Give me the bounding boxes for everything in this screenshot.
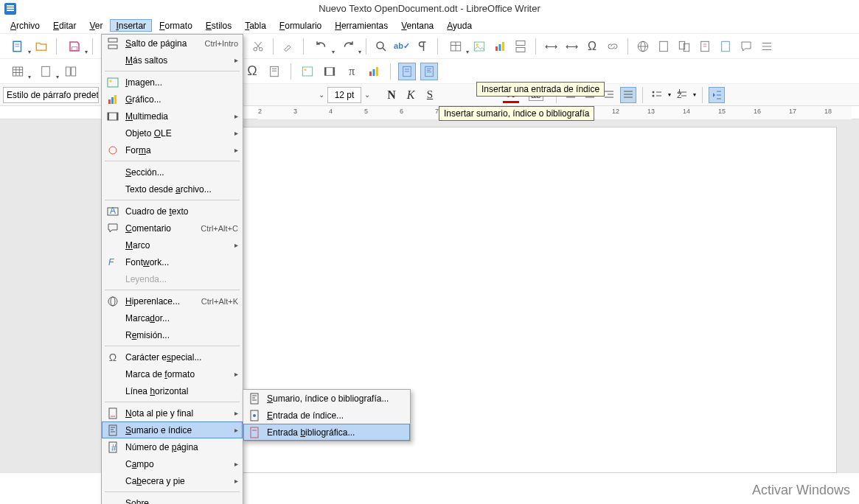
new-doc-button[interactable]	[6, 38, 29, 55]
lines-button[interactable]	[758, 38, 776, 55]
open-button[interactable]	[32, 38, 50, 55]
pilcrow-button[interactable]	[414, 38, 431, 55]
italic-button[interactable]: K	[403, 87, 419, 103]
menu-item-car-cter-especial[interactable]: ΩCarácter especial...	[102, 349, 243, 365]
link-icon	[105, 295, 121, 308]
svg-rect-38	[72, 67, 76, 76]
menu-item-sumario-ndice-o-bibliograf-a[interactable]: Sumario, índice o bibliografía...	[243, 390, 410, 407]
menu-separator	[105, 346, 240, 346]
comment-button[interactable]	[737, 38, 755, 55]
menu-item-marco[interactable]: Marco▸	[102, 237, 243, 253]
menu-ver[interactable]: Ver	[83, 19, 108, 32]
doc3-button[interactable]	[696, 38, 714, 55]
insert-image-button[interactable]	[470, 38, 488, 55]
menu-item-comentario[interactable]: ComentarioCtrl+Alt+C	[102, 220, 243, 237]
menu-item-l-nea-horizontal[interactable]: Línea horizontal	[102, 382, 243, 399]
doc-insert-button[interactable]	[34, 63, 58, 80]
menu-item-campo[interactable]: Campo▸	[102, 455, 243, 472]
menu-item-multimedia[interactable]: Multimedia▸	[102, 108, 243, 125]
menu-item-imagen[interactable]: Imagen...	[102, 74, 243, 91]
menu-item-m-s-saltos[interactable]: Más saltos▸	[102, 52, 243, 69]
menu-item-marca-de-formato[interactable]: Marca de formato▸	[102, 365, 243, 382]
undo-button[interactable]	[310, 38, 333, 55]
link-button[interactable]	[604, 38, 622, 55]
bullet-list-button[interactable]	[649, 87, 665, 103]
globe-button[interactable]	[634, 38, 652, 55]
align2-icon[interactable]: ⟷	[563, 38, 580, 55]
spellcheck-button[interactable]: ab✓	[393, 38, 411, 55]
chart-insert-button[interactable]	[365, 63, 383, 80]
menu-ayuda[interactable]: Ayuda	[441, 19, 478, 32]
menu-archivo[interactable]: Archivo	[4, 19, 46, 32]
ruler-tick: 16	[754, 108, 761, 115]
menu-formato[interactable]: Formato	[153, 19, 198, 32]
menu-item-objeto-ole[interactable]: Objeto OLE▸	[102, 125, 243, 141]
save-button[interactable]	[63, 38, 86, 55]
omega-button[interactable]: Ω	[583, 38, 601, 55]
font-size-field[interactable]: 12 pt	[327, 87, 361, 103]
menu-shortcut: Ctrl+Alt+C	[201, 224, 238, 233]
insert-chart-button[interactable]	[491, 38, 509, 55]
align-justify-button[interactable]	[620, 87, 636, 103]
underline-button[interactable]: S	[422, 87, 438, 103]
menu-separator	[105, 290, 240, 290]
pagebreak-icon[interactable]	[512, 38, 529, 55]
svg-rect-18	[516, 41, 525, 45]
menu-editar[interactable]: Editar	[47, 19, 82, 32]
formula-button[interactable]: π	[343, 63, 361, 80]
menu-item-label: Remisión...	[125, 330, 238, 340]
find-button[interactable]	[372, 38, 390, 55]
toc-button[interactable]	[420, 63, 438, 80]
menu-shortcut: Ctrl+Alt+K	[201, 297, 238, 306]
svg-rect-39	[271, 66, 279, 77]
menu-item-salto-de-p-gina[interactable]: Salto de páginaCtrl+Intro	[102, 35, 243, 52]
doc2-button[interactable]	[675, 38, 693, 55]
menu-item-sobre[interactable]: Sobre...	[102, 494, 243, 504]
section-button[interactable]	[62, 63, 80, 80]
menu-tabla[interactable]: Tabla	[239, 19, 272, 32]
image-insert-button[interactable]	[299, 63, 316, 80]
align-icon[interactable]: ⟷	[542, 38, 560, 55]
omega-insert-button[interactable]: Ω	[243, 63, 261, 80]
menu-ventana[interactable]: Ventana	[395, 19, 439, 32]
menu-item-marcador[interactable]: Marcador...	[102, 309, 243, 326]
redo-button[interactable]	[336, 38, 360, 55]
menu-herramientas[interactable]: Herramientas	[329, 19, 394, 32]
menu-item-entrada-de-ndice[interactable]: Entrada de índice...	[243, 407, 410, 424]
svg-rect-98	[109, 425, 116, 435]
doc4-button[interactable]	[717, 38, 734, 55]
menu-item-secci-n[interactable]: Sección...	[102, 164, 243, 181]
bold-button[interactable]: N	[383, 87, 400, 103]
menu-item-hiperenlace[interactable]: Hiperenlace...Ctrl+Alt+K	[102, 293, 243, 309]
table-button[interactable]	[444, 38, 467, 55]
doc1-button[interactable]	[655, 38, 672, 55]
menu-item-nota-al-pie-y-final[interactable]: Nota al pie y final▸	[102, 405, 243, 421]
menu-item-sumario-e-ndice[interactable]: Sumario e índice▸	[102, 421, 243, 438]
page-insert-button[interactable]	[265, 63, 283, 80]
blank-icon	[105, 368, 121, 381]
menu-item-forma[interactable]: Forma▸	[102, 141, 243, 158]
brush-icon[interactable]	[279, 38, 297, 55]
menu-item-cuadro-de-texto[interactable]: ACuadro de texto	[102, 203, 243, 220]
menu-item-remisi-n[interactable]: Remisión...	[102, 326, 243, 343]
insert-menu-panel: Salto de páginaCtrl+IntroMás saltos▸Imag…	[101, 34, 243, 504]
font-dropdown-arrow[interactable]: ⌄	[319, 91, 324, 99]
menu-item-texto-desde-archivo[interactable]: Texto desde archivo...	[102, 181, 243, 197]
menu-item-cabecera-y-pie[interactable]: Cabecera y pie▸	[102, 472, 243, 489]
paragraph-style-combo[interactable]: Estilo de párrafo predete	[3, 87, 99, 103]
menu-insertar[interactable]: Insertar	[110, 19, 152, 32]
decrease-indent-button[interactable]	[709, 87, 725, 103]
menu-formulario[interactable]: Formulario	[274, 19, 327, 32]
media-insert-button[interactable]	[321, 63, 338, 80]
index-entry-button[interactable]	[398, 63, 416, 80]
menu-item-fontwork[interactable]: FFontwork...	[102, 253, 243, 270]
menu-estilos[interactable]: Estilos	[200, 19, 237, 32]
menu-item-gr-fico[interactable]: Gráfico...	[102, 91, 243, 108]
table-insert-button[interactable]	[6, 63, 29, 80]
number-list-button[interactable]: 12	[674, 87, 690, 103]
cut-button[interactable]	[249, 38, 267, 55]
blank-icon	[105, 239, 121, 252]
menu-item-n-mero-de-p-gina[interactable]: #Número de página	[102, 438, 243, 455]
fontsize-dropdown-arrow[interactable]: ⌄	[364, 91, 370, 99]
menu-item-entrada-bibliogr-fica[interactable]: Entrada bibliográfica...	[243, 424, 410, 441]
